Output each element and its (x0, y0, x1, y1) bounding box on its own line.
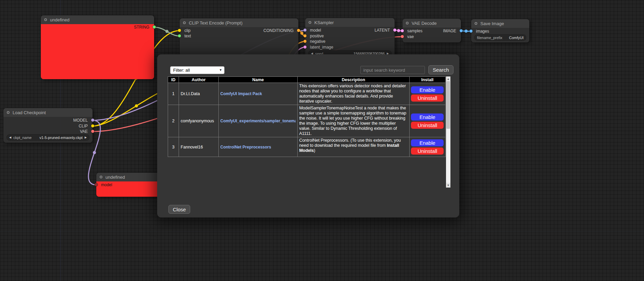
link-dot (465, 30, 468, 33)
custom-nodes-manager-dialog: Filter: all ▼ Search ID Author Name Desc… (157, 54, 459, 217)
column-header-description: Description (298, 77, 409, 83)
close-button[interactable]: Close (168, 205, 190, 214)
filename-prefix-widget[interactable]: filename_prefix ComfyUI (475, 35, 526, 40)
node-title: VAE Decode (412, 21, 436, 26)
node-header: Load Checkpoint (3, 108, 93, 117)
port-dot[interactable] (401, 29, 404, 32)
port-dot[interactable] (95, 183, 98, 186)
output-port-string[interactable]: STRING (134, 24, 154, 30)
node-undefined-top[interactable]: undefined STRING (41, 15, 154, 79)
description-cell: ControlNet Preprocessors. (To use this e… (298, 137, 409, 157)
port-dot[interactable] (469, 30, 473, 33)
extension-table-body: 1Dr.Lt.DataComfyUI Impact PackThis exten… (168, 83, 446, 157)
install-cell: EnableUninstall (409, 137, 445, 157)
port-dot[interactable] (303, 34, 307, 37)
node-save-image[interactable]: Save Image images filename_prefix ComfyU… (471, 19, 529, 42)
input-port-clip[interactable]: clip (180, 28, 191, 33)
extension-table-container: ID Author Name Description Install 1Dr.L… (168, 76, 450, 188)
uninstall-button[interactable]: Uninstall (411, 94, 444, 102)
author-cell: Fannovel16 (179, 137, 218, 157)
port-dot[interactable] (460, 29, 463, 32)
collapse-dot-icon[interactable] (44, 18, 47, 21)
search-button[interactable]: Search (428, 65, 453, 74)
enable-button[interactable]: Enable (411, 86, 444, 93)
collapse-dot-icon[interactable] (475, 22, 477, 25)
increment-arrow-icon[interactable]: ▶ (85, 135, 87, 140)
search-input[interactable] (360, 66, 425, 74)
output-port-vae[interactable]: VAE (80, 129, 93, 134)
port-dot[interactable] (303, 40, 307, 43)
filter-select-wrap: Filter: all ▼ (170, 66, 225, 74)
node-title: Load Checkpoint (13, 110, 46, 115)
port-dot[interactable] (401, 35, 404, 38)
link-dot (397, 29, 400, 32)
name-cell: ControlNet Preprocessors (218, 137, 298, 157)
input-port-model[interactable]: model (305, 28, 321, 33)
id-cell: 1 (168, 83, 179, 105)
column-header-id: ID (168, 77, 179, 83)
filter-select[interactable]: Filter: all (170, 66, 225, 74)
port-dot[interactable] (178, 29, 181, 32)
node-load-checkpoint[interactable]: Load Checkpoint MODEL CLIP VAE ◀ ckpt_na… (3, 108, 93, 143)
port-dot[interactable] (91, 130, 94, 133)
extension-table: ID Author Name Description Install 1Dr.L… (168, 76, 446, 157)
author-cell: Dr.Lt.Data (179, 83, 218, 105)
output-port-latent[interactable]: LATENT (375, 28, 395, 33)
output-port-clip[interactable]: CLIP (79, 123, 93, 129)
output-port-conditioning[interactable]: CONDITIONING (263, 28, 298, 33)
node-header: Save Image (471, 19, 529, 28)
extension-link[interactable]: ComfyUI Impact Pack (220, 91, 296, 96)
node-header: CLIP Text Encode (Prompt) (180, 18, 298, 27)
input-port-latent-image[interactable]: latent_image (305, 45, 333, 50)
scroll-down-icon[interactable]: ▼ (446, 183, 450, 188)
scrollbar[interactable]: ▲ ▼ (446, 76, 450, 188)
scrollbar-thumb[interactable] (446, 81, 450, 129)
extension-link[interactable]: ControlNet Preprocessors (220, 145, 296, 150)
output-port-model[interactable]: MODEL (73, 118, 93, 123)
node-title: KSampler (314, 20, 334, 25)
collapse-dot-icon[interactable] (183, 21, 186, 24)
description-cell: This extension offers various detector n… (298, 83, 409, 105)
enable-button[interactable]: Enable (411, 113, 444, 121)
install-cell: EnableUninstall (409, 105, 445, 137)
port-dot[interactable] (303, 46, 307, 49)
link-dot (135, 104, 138, 107)
output-port-image[interactable]: IMAGE (443, 28, 461, 34)
collapse-dot-icon[interactable] (7, 111, 10, 114)
port-dot[interactable] (178, 34, 181, 37)
table-row: 2comfyanonymousComfyUI_experiments/sampl… (168, 105, 446, 137)
input-port-vae[interactable]: vae (402, 34, 414, 39)
extension-link[interactable]: ComfyUI_experiments/sampler_tonemap (220, 119, 296, 123)
enable-button[interactable]: Enable (411, 139, 444, 146)
input-port-images[interactable]: images (471, 29, 489, 34)
name-cell: ComfyUI_experiments/sampler_tonemap (218, 105, 298, 137)
node-header: VAE Decode (402, 19, 461, 28)
port-dot[interactable] (303, 29, 307, 32)
input-port-text[interactable]: text (180, 33, 191, 39)
error-node-body (41, 24, 154, 79)
column-header-name: Name (218, 77, 298, 83)
input-port-samples[interactable]: samples (402, 28, 423, 34)
port-dot[interactable] (91, 124, 94, 127)
port-dot[interactable] (393, 29, 396, 32)
collapse-dot-icon[interactable] (309, 21, 311, 24)
port-dot[interactable] (297, 29, 300, 32)
collapse-dot-icon[interactable] (406, 22, 409, 24)
scroll-up-icon[interactable]: ▲ (446, 76, 450, 81)
ckpt-name-widget[interactable]: ◀ ckpt_name v1-5-pruned-emaonly.ckpt ▶ (7, 135, 89, 140)
table-row: 1Dr.Lt.DataComfyUI Impact PackThis exten… (168, 83, 446, 105)
decrement-arrow-icon[interactable]: ◀ (9, 135, 11, 140)
uninstall-button[interactable]: Uninstall (411, 122, 444, 129)
port-dot[interactable] (153, 25, 156, 29)
node-title: CLIP Text Encode (Prompt) (189, 20, 243, 25)
id-cell: 2 (168, 105, 179, 137)
node-vae-decode[interactable]: VAE Decode samples vae IMAGE (402, 19, 461, 42)
input-port-model[interactable]: model (96, 182, 112, 188)
input-port-positive[interactable]: positive (305, 33, 324, 39)
input-port-negative[interactable]: negative (305, 39, 325, 44)
collapse-dot-icon[interactable] (100, 176, 102, 178)
install-cell: EnableUninstall (409, 83, 445, 105)
port-dot[interactable] (91, 119, 94, 122)
uninstall-button[interactable]: Uninstall (411, 147, 444, 155)
table-header-row: ID Author Name Description Install (168, 77, 446, 83)
